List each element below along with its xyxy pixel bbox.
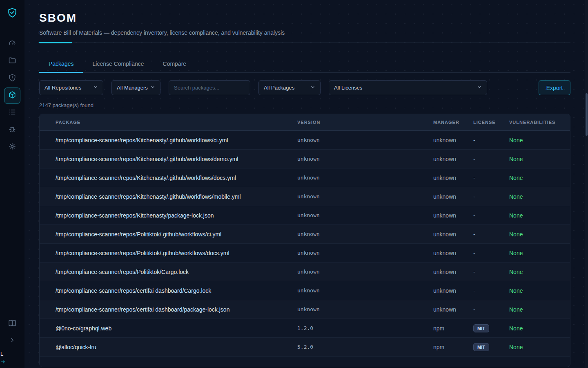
package-version: unknown	[297, 306, 433, 312]
sidebar-item-sbom[interactable]	[4, 88, 20, 104]
scrollbar-track[interactable]	[585, 0, 588, 368]
search-input[interactable]	[169, 80, 250, 95]
table-row[interactable]: /tmp/compliance-scanner/repos/Kitchenast…	[40, 150, 570, 168]
sidebar-item-issues[interactable]	[4, 122, 20, 138]
tab-license-compliance[interactable]: License Compliance	[83, 55, 153, 72]
package-manager: npm	[433, 344, 473, 350]
tab-label: Compare	[163, 61, 187, 67]
app-logo[interactable]	[7, 7, 18, 20]
table-row[interactable]: /tmp/compliance-scanner/repos/Kitchenast…	[40, 131, 570, 150]
folder-icon	[8, 56, 16, 66]
sidebar-item-security[interactable]	[4, 70, 20, 87]
sidebar-item-settings[interactable]	[4, 139, 20, 155]
tab-packages[interactable]: Packages	[39, 55, 83, 72]
table-body: /tmp/compliance-scanner/repos/Kitchenast…	[40, 131, 570, 357]
repositories-select[interactable]: All Repositories	[39, 80, 103, 95]
package-license: -	[473, 137, 509, 144]
page-subtitle: Software Bill of Materials — dependency …	[39, 29, 570, 36]
package-license: -	[473, 193, 509, 200]
tab-label: License Compliance	[92, 61, 144, 67]
packages-select-value: All Packages	[264, 85, 294, 91]
vulnerability-status: None	[509, 287, 560, 294]
package-path: @0no-co/graphql.web	[56, 325, 297, 332]
package-manager: unknown	[433, 250, 473, 256]
package-version: unknown	[297, 137, 433, 143]
tab-label: Packages	[49, 61, 74, 67]
column-header-vulnerabilities: VULNERABILITIES	[509, 120, 560, 125]
vulnerability-status: None	[509, 193, 560, 200]
gear-icon	[8, 142, 16, 152]
package-version: 1.2.0	[297, 325, 433, 331]
scrollbar-thumb[interactable]	[586, 93, 588, 136]
table-row[interactable]: /tmp/compliance-scanner/repos/Kitchenast…	[40, 168, 570, 187]
tab-compare[interactable]: Compare	[154, 55, 196, 72]
package-version: 5.2.0	[297, 344, 433, 350]
package-license: -	[473, 250, 509, 256]
license-badge: MIT	[473, 324, 489, 332]
packages-select[interactable]: All Packages	[258, 80, 321, 95]
package-path: /tmp/compliance-scanner/repos/Politiktok…	[56, 231, 297, 238]
corner-label: L	[0, 351, 3, 357]
vulnerability-status: None	[509, 231, 560, 238]
package-path: /tmp/compliance-scanner/repos/Kitchenast…	[56, 137, 297, 144]
licenses-select[interactable]: All Licenses	[329, 80, 487, 95]
table-row[interactable]: /tmp/compliance-scanner/repos/certifai d…	[40, 281, 570, 300]
column-header-version: VERSION	[297, 120, 433, 125]
table-row[interactable]: @alloc/quick-lru5.2.0npmMITNone	[40, 338, 570, 357]
package-manager: unknown	[433, 175, 473, 181]
package-manager: unknown	[433, 137, 473, 144]
package-manager: unknown	[433, 269, 473, 275]
sidebar-item-inventory[interactable]	[4, 105, 20, 121]
results-count: 2147 package(s) found	[39, 102, 570, 108]
package-path: @alloc/quick-lru	[56, 344, 297, 350]
package-manager: unknown	[433, 212, 473, 219]
package-version: unknown	[297, 156, 433, 162]
gauge-icon	[8, 39, 16, 49]
sidebar	[0, 0, 24, 368]
table-row[interactable]: /tmp/compliance-scanner/repos/Kitchenast…	[40, 187, 570, 206]
package-manager: unknown	[433, 306, 473, 313]
package-version: unknown	[297, 212, 433, 218]
logout-arrow-icon[interactable]	[0, 359, 7, 366]
main-content: SBOM Software Bill of Materials — depend…	[24, 0, 588, 368]
package-path: /tmp/compliance-scanner/repos/Kitchenast…	[56, 175, 297, 181]
package-license: -	[473, 175, 509, 181]
package-license: -	[473, 269, 509, 275]
managers-select-value: All Managers	[117, 85, 148, 91]
table-row[interactable]: /tmp/compliance-scanner/repos/Politiktok…	[40, 244, 570, 263]
package-manager: npm	[433, 325, 473, 332]
chevron-down-icon	[150, 85, 155, 91]
package-version: unknown	[297, 269, 433, 275]
table-row[interactable]: /tmp/compliance-scanner/repos/certifai d…	[40, 300, 570, 319]
repositories-select-value: All Repositories	[45, 85, 81, 91]
tab-bar: Packages License Compliance Compare	[39, 55, 570, 73]
sidebar-item-docs[interactable]	[4, 316, 20, 332]
vulnerability-status: None	[509, 156, 560, 162]
sidebar-collapse-toggle[interactable]	[4, 333, 20, 349]
export-button[interactable]: Export	[539, 80, 570, 95]
package-path: /tmp/compliance-scanner/repos/Kitchenast…	[56, 212, 297, 219]
vulnerability-status: None	[509, 137, 560, 144]
vulnerability-status: None	[509, 175, 560, 181]
sidebar-item-repositories[interactable]	[4, 53, 20, 70]
package-version: unknown	[297, 231, 433, 237]
vulnerability-status: None	[509, 344, 560, 350]
table-row[interactable]: @0no-co/graphql.web1.2.0npmMITNone	[40, 319, 570, 338]
table-row[interactable]: /tmp/compliance-scanner/repos/Kitchenast…	[40, 206, 570, 225]
package-version: unknown	[297, 193, 433, 200]
column-header-manager: MANAGER	[433, 120, 473, 125]
cube-icon	[8, 91, 16, 101]
shield-logo-icon	[7, 12, 18, 19]
package-path: /tmp/compliance-scanner/repos/certifai d…	[56, 306, 297, 313]
table-row[interactable]: /tmp/compliance-scanner/repos/Politiktok…	[40, 263, 570, 281]
table-row[interactable]: /tmp/compliance-scanner/repos/Politiktok…	[40, 225, 570, 244]
package-version: unknown	[297, 287, 433, 294]
vulnerability-status: None	[509, 250, 560, 256]
packages-table: PACKAGE VERSION MANAGER LICENSE VULNERAB…	[39, 114, 570, 367]
chevron-right-icon	[9, 337, 16, 346]
licenses-select-value: All Licenses	[334, 85, 362, 91]
book-icon	[8, 319, 16, 329]
shield-alert-icon	[8, 74, 16, 83]
managers-select[interactable]: All Managers	[111, 80, 160, 95]
sidebar-item-dashboard[interactable]	[4, 36, 20, 52]
